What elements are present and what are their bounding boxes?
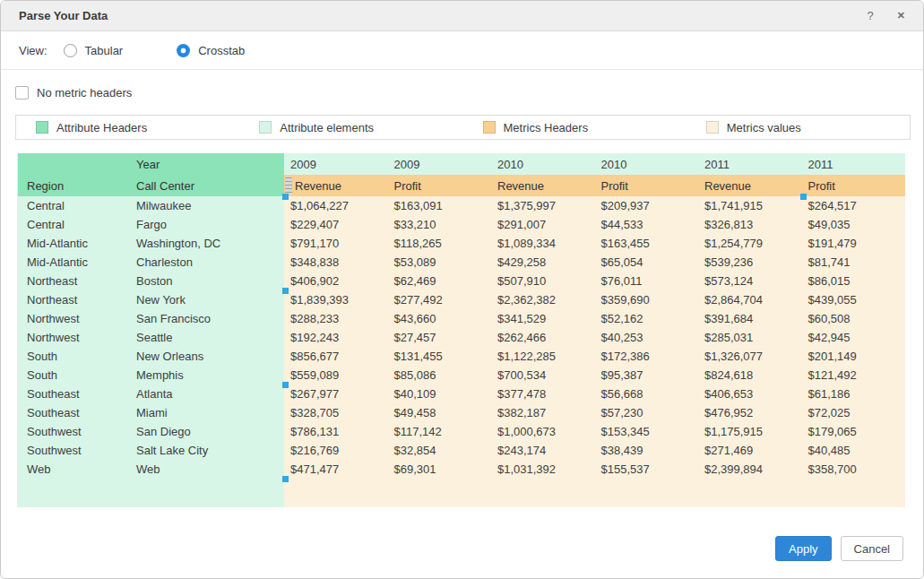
year-header-cell[interactable]: 2011 — [698, 153, 802, 175]
filler-cell — [284, 479, 388, 507]
call-center-cell: Web — [127, 460, 284, 479]
value-cell: $40,485 — [802, 441, 906, 460]
value-cell: $163,455 — [595, 234, 699, 253]
region-cell: South — [18, 366, 127, 385]
value-cell: $42,945 — [802, 328, 906, 347]
page-break-marker — [282, 194, 289, 200]
dialog-footer: Apply Cancel — [775, 536, 903, 561]
year-header-cell[interactable]: 2010 — [491, 153, 595, 175]
value-cell: $264,517 — [802, 196, 906, 215]
metric-header-cell[interactable]: Revenue — [491, 175, 595, 196]
year-label-cell[interactable]: Year — [127, 153, 284, 175]
value-cell: $377,478 — [491, 385, 595, 403]
value-cell: $191,479 — [802, 234, 906, 253]
view-section: View: Tabular Crosstab — [1, 31, 923, 70]
value-cell: $507,910 — [491, 272, 595, 290]
call-center-cell: Milwaukee — [127, 196, 284, 215]
metric-header-cell[interactable]: Profit — [388, 175, 492, 196]
value-cell: $57,230 — [595, 403, 699, 422]
value-cell: $72,025 — [802, 403, 906, 422]
no-metric-headers-option[interactable]: No metric headers — [15, 83, 132, 101]
value-cell: $62,469 — [388, 272, 492, 290]
value-cell: $2,362,382 — [491, 290, 595, 309]
value-cell: $2,864,704 — [698, 290, 802, 309]
attribute-elements-swatch — [259, 121, 272, 134]
value-cell: $69,301 — [388, 460, 492, 479]
value-cell: $49,458 — [388, 403, 492, 422]
region-cell: Central — [18, 196, 127, 215]
value-cell: $117,142 — [388, 422, 492, 441]
metric-header-label: Revenue — [295, 179, 341, 193]
value-cell: $243,174 — [491, 441, 595, 460]
value-cell: $32,854 — [388, 441, 492, 460]
region-cell: Web — [18, 460, 127, 479]
value-cell: $326,813 — [698, 215, 802, 234]
call-center-cell: San Diego — [127, 422, 284, 441]
value-cell: $1,089,334 — [491, 234, 595, 253]
page-break-marker — [282, 382, 289, 388]
legend-label: Metrics values — [727, 121, 801, 134]
value-cell: $201,149 — [802, 347, 906, 366]
metric-header-cell[interactable]: Profit — [595, 175, 699, 196]
radio-option-tabular[interactable]: Tabular — [64, 44, 124, 57]
value-cell: $471,477 — [284, 460, 388, 479]
metric-header-label: Profit — [808, 179, 835, 193]
drag-grip-icon[interactable] — [285, 177, 292, 194]
value-cell: $429,258 — [491, 253, 595, 272]
region-header-cell[interactable]: Region — [18, 175, 127, 196]
no-metric-headers-checkbox[interactable] — [15, 86, 29, 99]
year-header-cell[interactable]: 2009 — [284, 153, 388, 175]
value-cell: $271,469 — [698, 441, 802, 460]
value-cell: $192,243 — [284, 328, 388, 347]
call-center-cell: Fargo — [127, 215, 284, 234]
crosstab-radio[interactable] — [177, 44, 190, 57]
metric-header-cell[interactable]: Revenue — [284, 175, 388, 196]
value-cell: $27,457 — [388, 328, 492, 347]
value-cell: $358,700 — [802, 460, 906, 479]
tabular-radio[interactable] — [64, 44, 77, 57]
value-cell: $44,533 — [595, 215, 699, 234]
value-cell: $288,233 — [284, 309, 388, 328]
value-cell: $1,254,779 — [698, 234, 802, 253]
value-cell: $153,345 — [595, 422, 699, 441]
year-header-cell[interactable]: 2009 — [388, 153, 492, 175]
call-center-header-cell[interactable]: Call Center — [127, 175, 284, 196]
value-cell: $348,838 — [284, 253, 388, 272]
cancel-button[interactable]: Cancel — [841, 536, 903, 561]
value-cell: $476,952 — [698, 403, 802, 422]
metric-header-label: Revenue — [497, 179, 544, 193]
color-legend: Attribute Headers Attribute elements Met… — [15, 115, 911, 140]
close-icon[interactable]: ✕ — [897, 11, 905, 21]
value-cell: $1,000,673 — [491, 422, 595, 441]
value-cell: $131,455 — [388, 347, 492, 366]
value-cell: $33,210 — [388, 215, 492, 234]
value-cell: $824,618 — [698, 366, 802, 385]
year-header-cell[interactable]: 2011 — [802, 153, 906, 175]
call-center-cell: San Francisco — [127, 309, 284, 328]
value-cell: $43,660 — [388, 309, 492, 328]
value-cell: $559,089 — [284, 366, 388, 385]
year-header-cell[interactable]: 2010 — [595, 153, 699, 175]
corner-blank-cell[interactable] — [18, 153, 127, 175]
metrics-values-swatch — [706, 121, 719, 134]
value-cell: $786,131 — [284, 422, 388, 441]
value-cell: $209,937 — [595, 196, 699, 215]
titlebar-icons: ? ✕ — [868, 10, 905, 22]
value-cell: $49,035 — [802, 215, 906, 234]
metric-header-cell[interactable]: Profit — [802, 175, 906, 196]
metrics-headers-swatch — [483, 121, 496, 134]
help-icon[interactable]: ? — [868, 10, 874, 22]
metric-header-cell[interactable]: Revenue — [698, 175, 802, 196]
region-cell: Southeast — [18, 403, 127, 422]
metric-header-label: Profit — [394, 179, 421, 193]
value-cell: $439,055 — [802, 290, 906, 309]
radio-option-crosstab[interactable]: Crosstab — [177, 44, 245, 57]
value-cell: $2,399,894 — [698, 460, 802, 479]
value-cell: $52,162 — [595, 309, 699, 328]
value-cell: $573,124 — [698, 272, 802, 290]
apply-button[interactable]: Apply — [775, 536, 832, 561]
tabular-radio-label: Tabular — [85, 44, 124, 57]
value-cell: $1,839,393 — [284, 290, 388, 309]
view-label: View: — [19, 44, 47, 57]
value-cell: $81,741 — [802, 253, 906, 272]
